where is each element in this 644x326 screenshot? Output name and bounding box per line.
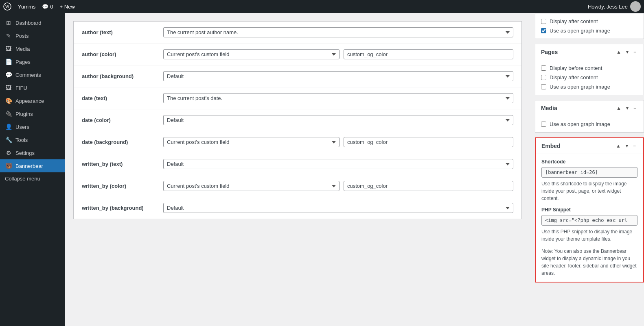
sidebar-item-fifu[interactable]: 🖼 FIFU	[0, 81, 65, 94]
field-group-writtenby-color: Current post's custom field Default	[163, 181, 513, 191]
field-group-date-bg: Current post's custom field Default	[163, 137, 513, 147]
table-row: date (color) Default Current post's cust…	[74, 109, 521, 131]
shortcode-label: Shortcode	[541, 159, 637, 165]
sidebar-item-dashboard[interactable]: ⊞ Dashboard	[0, 16, 65, 29]
sidebar-label-fifu: FIFU	[15, 85, 27, 91]
embed-collapse-up-btn[interactable]: ▲	[614, 142, 622, 150]
table-row: author (color) Current post's custom fie…	[74, 43, 521, 65]
table-row: date (background) Current post's custom …	[74, 131, 521, 153]
pages-widget-title: Pages	[541, 49, 615, 55]
media-use-og-checkbox[interactable]	[541, 122, 546, 127]
media-widget-header: Media ▲ ▾ −	[535, 100, 644, 116]
field-label-author-color: author (color)	[82, 51, 163, 57]
table-row: author (text) The current post author na…	[74, 22, 521, 43]
sidebar-item-bannerbear[interactable]: 🐻 Bannerbear	[0, 159, 65, 172]
date-bg-select[interactable]: Current post's custom field Default	[163, 137, 340, 147]
sidebar-label-bannerbear: Bannerbear	[15, 163, 43, 169]
posts-use-og-checkbox[interactable]	[541, 28, 546, 33]
date-color-select[interactable]: Default Current post's custom field	[163, 115, 513, 125]
comment-icon: 💬	[42, 4, 48, 10]
pages-display-after-row: Display after content	[541, 74, 638, 80]
writtenby-color-input[interactable]	[344, 181, 513, 191]
pages-display-after-checkbox[interactable]	[541, 75, 546, 80]
media-icon: 🖼	[5, 46, 12, 52]
field-group-date-color: Default Current post's custom field	[163, 115, 513, 125]
field-label-date-text: date (text)	[82, 95, 163, 101]
posts-display-after-checkbox[interactable]	[541, 19, 546, 24]
embed-widget-title: Embed	[541, 143, 614, 149]
wp-logo: W	[3, 2, 15, 11]
sidebar-item-tools[interactable]: 🔧 Tools	[0, 133, 65, 146]
comments-btn[interactable]: 💬 0	[39, 4, 56, 10]
author-text-select[interactable]: The current post author name. Default Cu…	[163, 27, 513, 37]
writtenby-text-select[interactable]: Default Current post's custom field	[163, 159, 513, 169]
field-group-writtenby-bg: Default Current post's custom field	[163, 203, 513, 213]
sidebar-item-plugins[interactable]: 🔌 Plugins	[0, 107, 65, 120]
pages-display-before-checkbox[interactable]	[541, 65, 546, 71]
embed-widget: Embed ▲ ▾ − Shortcode Use this shortcode…	[535, 137, 644, 283]
pages-use-og-label: Use as open graph image	[550, 84, 610, 90]
pages-display-before-label: Display before content	[550, 65, 602, 71]
media-collapse-up-btn[interactable]: ▲	[615, 104, 623, 112]
sidebar-item-posts[interactable]: ✎ Posts	[0, 29, 65, 42]
sidebar-label-appearance: Appearance	[15, 98, 44, 104]
media-widget-controls: ▲ ▾ −	[615, 104, 638, 112]
pages-minimize-btn[interactable]: −	[632, 48, 638, 56]
date-bg-input[interactable]	[344, 137, 513, 147]
writtenby-bg-select[interactable]: Default Current post's custom field	[163, 203, 513, 213]
embed-minimize-btn[interactable]: −	[631, 142, 637, 150]
sidebar-item-pages[interactable]: 📄 Pages	[0, 55, 65, 68]
field-label-writtenby-text: written_by (text)	[82, 161, 163, 167]
sidebar-item-users[interactable]: 👤 Users	[0, 120, 65, 133]
embed-widget-body: Shortcode Use this shortcode to display …	[536, 154, 643, 282]
field-group-writtenby-text: Default Current post's custom field	[163, 159, 513, 169]
site-name[interactable]: Yumms	[15, 4, 39, 10]
field-group-author-color: Current post's custom field Default	[163, 49, 513, 59]
avatar	[630, 1, 641, 12]
pages-use-og-checkbox[interactable]	[541, 84, 546, 89]
shortcode-input[interactable]	[541, 167, 637, 178]
author-color-select[interactable]: Current post's custom field Default	[163, 49, 340, 59]
field-label-writtenby-bg: written_by (background)	[82, 205, 163, 211]
embed-collapse-down-btn[interactable]: ▾	[624, 142, 630, 150]
new-btn[interactable]: + New	[57, 4, 78, 10]
right-sidebar: Display after content Use as open graph …	[530, 13, 644, 326]
collapse-label: Collapse menu	[5, 176, 40, 182]
pages-use-og-row: Use as open graph image	[541, 84, 638, 90]
pages-collapse-down-btn[interactable]: ▾	[624, 48, 630, 56]
posts-widget: Display after content Use as open graph …	[535, 13, 644, 39]
sidebar-label-media: Media	[15, 46, 30, 52]
sidebar-label-tools: Tools	[15, 137, 28, 143]
sidebar-item-comments[interactable]: 💬 Comments	[0, 68, 65, 81]
top-bar: W Yumms 💬 0 + New Howdy, Jess Lee	[0, 0, 644, 13]
embed-widget-controls: ▲ ▾ −	[614, 142, 637, 150]
sidebar-item-appearance[interactable]: 🎨 Appearance	[0, 94, 65, 107]
media-minimize-btn[interactable]: −	[632, 104, 638, 112]
author-color-input[interactable]	[344, 49, 513, 59]
media-collapse-down-btn[interactable]: ▾	[624, 104, 630, 112]
sidebar: ⊞ Dashboard ✎ Posts 🖼 Media 📄 Pages 💬 Co…	[0, 13, 65, 326]
collapse-menu[interactable]: Collapse menu	[0, 172, 65, 185]
bannerbear-icon: 🐻	[5, 163, 12, 169]
pages-collapse-up-btn[interactable]: ▲	[615, 48, 623, 56]
sidebar-label-users: Users	[15, 124, 29, 130]
php-snippet-desc: Use this PHP snippet to display the imag…	[541, 228, 637, 243]
embed-note: Note: You can also use the Bannerbear wi…	[541, 248, 637, 277]
fifu-icon: 🖼	[5, 85, 12, 91]
date-text-select[interactable]: The current post's date. Default Current…	[163, 93, 513, 103]
embed-widget-header: Embed ▲ ▾ −	[536, 138, 643, 154]
posts-widget-body: Display after content Use as open graph …	[535, 13, 644, 39]
pages-widget: Pages ▲ ▾ − Display before content Displ…	[535, 44, 644, 95]
field-group-author-bg: Default Current post's custom field	[163, 71, 513, 81]
media-widget-body: Use as open graph image	[535, 116, 644, 132]
posts-display-after-label: Display after content	[550, 18, 598, 24]
table-row: written_by (color) Current post's custom…	[74, 175, 521, 197]
new-label: + New	[60, 4, 75, 10]
php-snippet-input[interactable]	[541, 215, 637, 226]
sidebar-item-media[interactable]: 🖼 Media	[0, 42, 65, 55]
sidebar-label-dashboard: Dashboard	[15, 20, 42, 26]
sidebar-label-comments: Comments	[15, 72, 41, 78]
writtenby-color-select[interactable]: Current post's custom field Default	[163, 181, 340, 191]
author-bg-select[interactable]: Default Current post's custom field	[163, 71, 513, 81]
sidebar-item-settings[interactable]: ⚙ Settings	[0, 146, 65, 159]
